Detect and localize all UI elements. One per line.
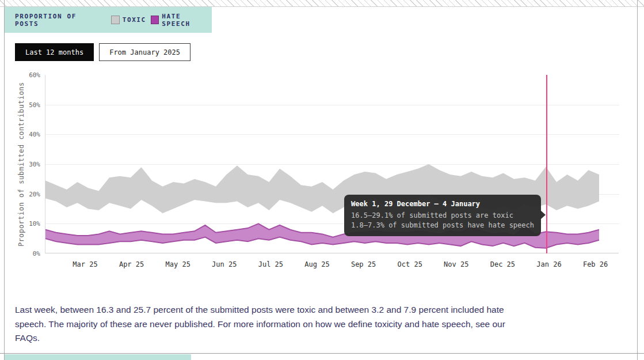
x-tick-label: Apr 25 xyxy=(119,260,144,268)
hatched-top-band xyxy=(0,0,644,7)
bottom-teal-bar xyxy=(5,354,191,360)
panel-title: PROPORTION OF POSTS xyxy=(15,13,103,28)
chart-area: Proportion of submitted contributions 60… xyxy=(0,69,644,276)
legend-item-toxic: TOXIC xyxy=(111,16,146,24)
y-tick-label: 10% xyxy=(0,220,40,228)
x-tick-label: Feb 26 xyxy=(583,260,608,268)
y-tick-label: 40% xyxy=(0,131,40,138)
x-tick-label: May 25 xyxy=(166,260,190,268)
x-tick-label: Jun 25 xyxy=(212,260,237,268)
chart-legend: TOXIC HATE SPEECH xyxy=(106,13,212,28)
bottom-divider xyxy=(0,353,644,354)
chart-panel-header: PROPORTION OF POSTS TOXIC HATE SPEECH xyxy=(5,7,212,33)
hate-speech-swatch-icon xyxy=(151,16,159,24)
page: PROPORTION OF POSTS TOXIC HATE SPEECH La… xyxy=(0,0,644,360)
legend-label-hate-speech: HATE SPEECH xyxy=(162,13,212,28)
y-tick-label: 30% xyxy=(0,161,40,168)
y-tick-label: 0% xyxy=(0,250,40,257)
selected-week-cursor-line[interactable] xyxy=(546,75,547,253)
y-tick-label: 20% xyxy=(0,191,40,198)
toxic-swatch-icon xyxy=(111,16,120,24)
x-tick-label: Nov 25 xyxy=(444,260,468,268)
legend-label-toxic: TOXIC xyxy=(123,16,146,24)
summary-paragraph: Last week, between 16.3 and 25.7 percent… xyxy=(15,303,513,346)
x-tick-label: Jul 25 xyxy=(258,260,283,268)
x-tick-label: Mar 25 xyxy=(73,260,97,268)
x-tick-label: Aug 25 xyxy=(304,260,329,268)
tooltip-toxic-range: 16.5–29.1% of submitted posts are toxic xyxy=(351,211,534,221)
week-tooltip: Week 1, 29 December – 4 January 16.5–29.… xyxy=(344,195,541,236)
legend-item-hate-speech: HATE SPEECH xyxy=(151,13,212,28)
from-january-2025-button[interactable]: From January 2025 xyxy=(99,43,190,61)
x-tick-label: Oct 25 xyxy=(398,260,422,268)
last-12-months-button[interactable]: Last 12 months xyxy=(15,43,94,61)
tooltip-title: Week 1, 29 December – 4 January xyxy=(351,200,534,208)
y-tick-label: 60% xyxy=(0,71,40,79)
x-tick-label: Sep 25 xyxy=(351,260,376,268)
x-tick-label: Jan 26 xyxy=(536,260,561,268)
tooltip-hate-speech-range: 1.8–7.3% of submitted posts have hate sp… xyxy=(351,221,534,230)
time-range-filters: Last 12 months From January 2025 xyxy=(15,43,190,61)
y-tick-label: 50% xyxy=(0,101,40,109)
x-tick-label: Dec 25 xyxy=(490,260,515,268)
